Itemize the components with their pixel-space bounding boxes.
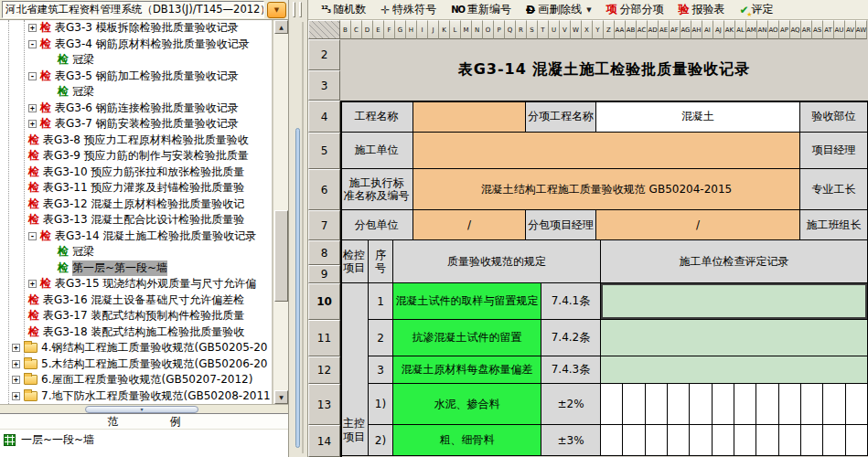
entry-cell[interactable]	[846, 425, 867, 455]
column-letter[interactable]: AE	[659, 20, 670, 39]
entry-cell[interactable]	[713, 425, 734, 455]
inspection-form-button[interactable]: 验 报验表	[679, 2, 725, 17]
column-letter[interactable]: U	[549, 20, 560, 39]
tree-item[interactable]: +检表G3-7 钢筋安装检验批质量验收记录	[0, 116, 272, 133]
expand-plus-icon[interactable]: +	[28, 120, 37, 128]
entry-cell[interactable]	[668, 425, 690, 455]
column-letter[interactable]: AQ	[790, 20, 801, 39]
entry-cell[interactable]	[734, 384, 756, 424]
entry-cell[interactable]	[756, 425, 778, 455]
column-letter[interactable]: G	[395, 20, 406, 39]
row-number[interactable]: 7	[308, 210, 340, 240]
row-number[interactable]: 12	[308, 356, 340, 384]
assessment-button[interactable]: ✔★ 评定	[740, 2, 774, 17]
tree-item[interactable]: +5.木结构工程施工质量验收规范(GB50206-20	[0, 356, 272, 373]
entry-cell[interactable]	[601, 384, 623, 424]
column-letter[interactable]: Y	[593, 20, 604, 39]
scrollbar-thumb[interactable]	[274, 210, 288, 302]
column-letter[interactable]: E	[373, 20, 384, 39]
splitter-handle[interactable]	[295, 128, 300, 448]
scroll-down-icon[interactable]: ▼	[274, 390, 288, 404]
standard-value-cell[interactable]: 混凝土结构工程施工质量验收规范 GB50204-2015	[413, 169, 800, 210]
column-letter[interactable]: F	[384, 20, 395, 39]
splitter-handle[interactable]: ▾	[85, 406, 198, 413]
row-number[interactable]: 4	[308, 101, 340, 133]
column-letter[interactable]: K	[439, 20, 450, 39]
column-letter[interactable]: AJ	[713, 20, 724, 39]
column-letter[interactable]: AF	[670, 20, 680, 39]
entry-cell[interactable]	[623, 384, 645, 424]
measurement-grid[interactable]	[601, 425, 868, 456]
column-letter[interactable]: AC	[637, 20, 648, 39]
column-letter[interactable]: W	[571, 20, 582, 39]
column-letter[interactable]: I	[417, 20, 428, 39]
column-letter[interactable]: V	[560, 20, 571, 39]
expand-plus-icon[interactable]: +	[28, 104, 37, 112]
column-letter[interactable]: M	[461, 20, 472, 39]
tree-item[interactable]: 检表G3-10 预应力筋张拉和放张检验批质量	[0, 165, 272, 181]
special-symbols-button[interactable]: ✛ 特殊符号	[380, 2, 436, 17]
column-letter[interactable]: AH	[691, 20, 702, 39]
expand-plus-icon[interactable]: +	[28, 24, 37, 32]
row-numbers-header[interactable]: 234567891011121314	[308, 39, 340, 457]
spec-ref-cell[interactable]: ±2%	[541, 384, 601, 425]
vertical-splitter[interactable]	[288, 0, 308, 457]
seq-cell[interactable]: 3	[369, 356, 393, 384]
expand-plus-icon[interactable]: +	[12, 392, 20, 400]
column-letter[interactable]: Z	[604, 20, 615, 39]
column-letter[interactable]: AK	[724, 20, 735, 39]
row-number[interactable]: 10	[308, 283, 340, 320]
tree-item[interactable]: +检表G3-3 模板拆除检验批质量验收记录	[0, 20, 272, 37]
tree-item[interactable]: -检表G3-14 混凝土施工检验批质量验收记录	[0, 228, 272, 245]
row-number[interactable]: 5	[308, 133, 340, 169]
tree-item[interactable]: 检表G3-12 混凝土原材料检验批质量验收记	[0, 197, 272, 213]
tree-item[interactable]: +检表G3-6 钢筋连接检验批质量验收记录	[0, 101, 272, 117]
entry-cell[interactable]	[779, 425, 801, 455]
column-letter[interactable]: X	[582, 20, 593, 39]
column-letter[interactable]: AL	[735, 20, 746, 39]
tree-item[interactable]: -检表G3-4 钢筋原材料检验批质量验收记录	[0, 37, 272, 53]
tree-item[interactable]: +6.屋面工程质量验收规范(GB50207-2012)	[0, 372, 272, 388]
tree-item[interactable]: 检冠梁	[0, 84, 272, 101]
column-letter[interactable]: AP	[779, 20, 790, 39]
column-letter[interactable]: S	[527, 20, 538, 39]
seq-cell[interactable]: 1)	[369, 384, 393, 425]
entry-cell[interactable]	[779, 384, 801, 424]
row-number[interactable]: 11	[308, 320, 340, 356]
tree-item[interactable]: 检表G3-9 预应力筋的制作与安装检验批质量	[0, 148, 272, 165]
column-letter[interactable]: B	[340, 20, 351, 39]
column-letter[interactable]: AG	[680, 20, 691, 39]
entry-cell[interactable]	[823, 425, 845, 455]
row-number[interactable]: 3	[308, 70, 340, 101]
entry-cell[interactable]	[846, 384, 867, 424]
column-letter[interactable]: AI	[702, 20, 713, 39]
entry-cell[interactable]	[756, 384, 778, 424]
check-item-cell[interactable]: 粗、细骨料	[393, 425, 541, 456]
expand-plus-icon[interactable]: +	[12, 344, 20, 352]
sub-pm-value-cell[interactable]: /	[596, 210, 800, 240]
entry-cell[interactable]	[623, 425, 645, 455]
column-letter[interactable]: L	[450, 20, 461, 39]
column-letter[interactable]: AA	[615, 20, 626, 39]
column-letter[interactable]: AR	[801, 20, 812, 39]
title-dropdown-button[interactable]: ▼	[267, 2, 286, 18]
check-item-cell[interactable]: 抗渗混凝土试件的留置	[393, 320, 541, 356]
tree-item[interactable]: 检第一层~第一段~墙	[0, 260, 272, 277]
column-letter[interactable]: R	[516, 20, 527, 39]
check-item-cell[interactable]: 水泥、掺合料	[393, 384, 541, 425]
spec-ref-cell[interactable]: 7.4.2条	[541, 320, 601, 356]
column-letter[interactable]: O	[483, 20, 494, 39]
tree-item[interactable]: +7.地下防水工程质量验收规范(GB50208-2011	[0, 388, 272, 405]
strikethrough-button[interactable]: Ð 画删除线 ▼	[526, 2, 591, 17]
seq-cell[interactable]: 2	[369, 320, 393, 356]
entry-cell[interactable]	[801, 384, 823, 424]
column-letter[interactable]: AM	[746, 20, 757, 39]
select-all-corner[interactable]	[308, 20, 340, 39]
tree-item[interactable]: 检表G3-13 混凝土配合比设计检验批质量验	[0, 212, 272, 228]
column-letter[interactable]: AT	[823, 20, 834, 39]
tree-item[interactable]: 检表G3-17 装配式结构预制构件检验批质量	[0, 308, 272, 324]
row-number[interactable]: 9	[308, 265, 340, 283]
division-subitem-button[interactable]: 项 分部分项	[606, 2, 664, 17]
column-letter[interactable]: AB	[626, 20, 637, 39]
entry-cell[interactable]	[646, 425, 668, 455]
